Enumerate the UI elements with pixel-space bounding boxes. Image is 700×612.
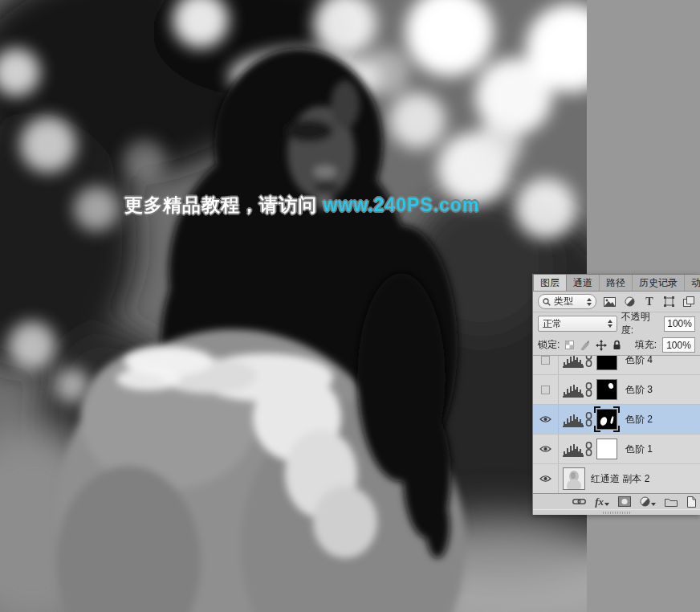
eye-icon [539, 415, 551, 423]
photo-canvas: 更多精品教程，请访问 www.240PS.com [0, 0, 587, 612]
layer-filter-row: 类型 T [533, 292, 700, 312]
mask-link-icon[interactable] [585, 382, 592, 397]
flyout-arrow-icon [651, 503, 656, 506]
visibility-toggle[interactable] [533, 356, 559, 374]
filter-pixel-layers-icon[interactable] [604, 296, 617, 308]
filter-adjustment-layers-icon[interactable] [623, 296, 636, 308]
layer-row-levels-2-selected[interactable]: 色阶 2 [533, 405, 700, 435]
filter-smart-objects-icon[interactable] [682, 296, 695, 308]
levels-adjustment-icon [563, 442, 584, 457]
chevron-updown-icon [587, 298, 592, 306]
panel-resize-grip[interactable] [533, 509, 700, 515]
photo-illustration [0, 0, 587, 612]
blend-opacity-row: 正常 不透明度: 100% [533, 312, 700, 335]
layers-list: 色阶 4 色阶 3 [533, 356, 700, 493]
levels-adjustment-icon [563, 382, 584, 398]
watermark-url: www.240PS.com [323, 194, 479, 215]
new-layer-icon[interactable] [686, 496, 696, 508]
layer-name[interactable]: 红通道 副本 2 [591, 472, 649, 486]
layers-panel: 图层 通道 路径 历史记录 动作 类型 T [532, 274, 700, 515]
watermark-text: 更多精品教程，请访问 [124, 194, 323, 215]
tab-history[interactable]: 历史记录 [633, 275, 685, 291]
panel-tab-bar: 图层 通道 路径 历史记录 动作 [533, 275, 700, 292]
visibility-toggle[interactable] [533, 464, 559, 493]
mask-link-icon[interactable] [585, 442, 592, 456]
opacity-input[interactable]: 100% [664, 316, 695, 332]
layer-name[interactable]: 色阶 3 [625, 383, 653, 397]
lock-label: 锁定: [538, 338, 560, 352]
filter-type-label: 类型 [554, 295, 584, 308]
tab-actions[interactable]: 动作 [685, 275, 700, 291]
filter-type-dropdown[interactable]: 类型 [538, 294, 596, 309]
visibility-toggle[interactable] [533, 435, 559, 463]
layer-name[interactable]: 色阶 4 [625, 356, 653, 367]
flyout-arrow-icon [604, 503, 609, 506]
mask-link-icon[interactable] [585, 412, 592, 426]
layer-style-icon[interactable]: fx [595, 497, 609, 507]
layer-image-thumbnail[interactable] [563, 467, 585, 490]
tab-layers[interactable]: 图层 [533, 275, 567, 291]
search-icon [543, 298, 551, 306]
eye-icon [539, 445, 551, 453]
lock-image-icon[interactable] [580, 340, 590, 350]
blend-mode-select[interactable]: 正常 [538, 316, 617, 332]
visibility-off-box [541, 356, 550, 365]
visibility-off-box [541, 386, 550, 394]
selected-mask-frame [594, 406, 620, 432]
chevron-updown-icon [608, 320, 612, 328]
visibility-toggle[interactable] [533, 375, 559, 404]
mask-highlight-blob [608, 382, 614, 390]
layer-mask-thumbnail-black-dot[interactable] [596, 379, 617, 400]
layer-name[interactable]: 色阶 2 [625, 413, 653, 426]
levels-adjustment-icon [563, 412, 584, 427]
blend-mode-value: 正常 [543, 317, 562, 331]
fill-label: 填充: [635, 338, 657, 352]
tab-paths[interactable]: 路径 [600, 275, 633, 291]
layer-row-red-channel-copy[interactable]: 红通道 副本 2 [533, 464, 700, 493]
mask-highlight-blob [599, 416, 608, 426]
add-mask-icon[interactable] [618, 496, 631, 507]
levels-adjustment-icon [563, 356, 584, 368]
filter-shape-layers-icon[interactable] [663, 296, 676, 308]
layer-mask-thumbnail-white[interactable] [596, 439, 617, 459]
layer-name[interactable]: 色阶 1 [625, 443, 653, 456]
lock-fill-row: 锁定: 填充: 100% [533, 335, 700, 356]
watermark: 更多精品教程，请访问 www.240PS.com [124, 193, 479, 218]
layer-row-levels-1[interactable]: 色阶 1 [533, 435, 700, 464]
mask-highlight-crescent [610, 416, 614, 424]
opacity-label: 不透明度: [621, 310, 660, 337]
filter-type-layers-icon[interactable]: T [643, 296, 656, 308]
layer-mask-thumbnail-black[interactable] [596, 356, 617, 370]
adjustment-layer-icon[interactable] [640, 496, 656, 507]
mask-link-icon[interactable] [585, 356, 592, 367]
fill-input[interactable]: 100% [662, 337, 695, 353]
lock-all-icon[interactable] [612, 340, 621, 350]
eye-icon [539, 475, 551, 483]
lock-transparency-icon[interactable] [565, 341, 574, 349]
layer-row-levels-4[interactable]: 色阶 4 [533, 356, 700, 375]
visibility-toggle[interactable] [533, 405, 559, 434]
lock-position-icon[interactable] [596, 340, 607, 351]
link-layers-icon[interactable] [572, 497, 586, 506]
tab-channels[interactable]: 通道 [567, 275, 600, 291]
layer-row-levels-3[interactable]: 色阶 3 [533, 375, 700, 405]
panel-bottom-bar: fx [533, 493, 700, 509]
new-group-icon[interactable] [665, 497, 678, 507]
layer-mask-thumbnail-blobs[interactable] [596, 409, 617, 430]
grip-dots-icon [603, 512, 630, 514]
